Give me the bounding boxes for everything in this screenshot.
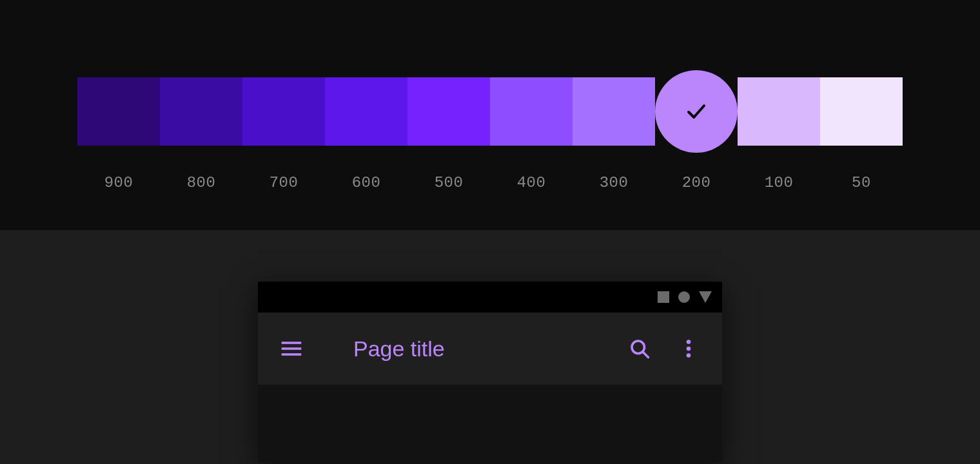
- swatch-color-800[interactable]: [160, 77, 242, 146]
- svg-line-7: [643, 352, 648, 357]
- more-vert-icon[interactable]: [673, 333, 704, 364]
- swatch-label-600: 600: [352, 174, 381, 191]
- status-bar: [258, 282, 722, 313]
- swatch-100[interactable]: 100: [738, 77, 820, 191]
- status-circle-icon: [678, 291, 690, 303]
- swatch-200[interactable]: 200: [655, 77, 738, 191]
- swatch-400[interactable]: 400: [490, 77, 573, 191]
- svg-point-8: [687, 340, 691, 344]
- svg-point-1: [678, 291, 690, 303]
- preview-section: Page title: [0, 230, 980, 462]
- swatch-color-100[interactable]: [738, 77, 820, 146]
- swatch-900[interactable]: 900: [77, 77, 160, 191]
- svg-rect-0: [658, 291, 669, 303]
- status-triangle-down-icon: [699, 291, 712, 303]
- swatch-label-400: 400: [517, 174, 546, 191]
- search-icon[interactable]: [624, 333, 655, 364]
- swatch-label-700: 700: [270, 174, 299, 191]
- check-icon: [685, 100, 708, 123]
- swatch-label-50: 50: [852, 174, 871, 191]
- app-bar: Page title: [258, 313, 722, 385]
- tonal-palette: 90080070060050040030020010050: [77, 77, 903, 191]
- swatch-700[interactable]: 700: [242, 77, 325, 191]
- swatch-500[interactable]: 500: [407, 77, 490, 191]
- swatch-color-600[interactable]: [325, 77, 407, 146]
- swatch-label-800: 800: [187, 174, 216, 191]
- swatch-color-400[interactable]: [490, 77, 573, 146]
- swatch-50[interactable]: 50: [820, 77, 903, 191]
- swatch-300[interactable]: 300: [573, 77, 655, 191]
- swatch-600[interactable]: 600: [325, 77, 407, 191]
- swatch-color-900[interactable]: [77, 77, 160, 146]
- status-square-icon: [658, 291, 669, 303]
- swatch-label-300: 300: [600, 174, 629, 191]
- swatch-color-500[interactable]: [407, 77, 490, 146]
- swatch-800[interactable]: 800: [160, 77, 242, 191]
- svg-point-10: [687, 353, 691, 358]
- swatch-color-300[interactable]: [573, 77, 655, 146]
- swatch-label-200: 200: [682, 174, 711, 191]
- svg-marker-2: [699, 291, 712, 303]
- menu-icon[interactable]: [276, 333, 307, 364]
- device-body: [258, 385, 722, 462]
- device-frame: Page title: [258, 282, 722, 462]
- swatch-label-900: 900: [104, 174, 133, 191]
- swatch-color-200[interactable]: [655, 70, 738, 153]
- svg-point-9: [687, 347, 691, 351]
- swatch-color-700[interactable]: [242, 77, 325, 146]
- swatch-color-50[interactable]: [820, 77, 903, 146]
- page-title: Page title: [353, 336, 606, 362]
- tonal-palette-section: 90080070060050040030020010050: [0, 0, 980, 230]
- swatch-label-500: 500: [435, 174, 464, 191]
- swatch-label-100: 100: [765, 174, 794, 191]
